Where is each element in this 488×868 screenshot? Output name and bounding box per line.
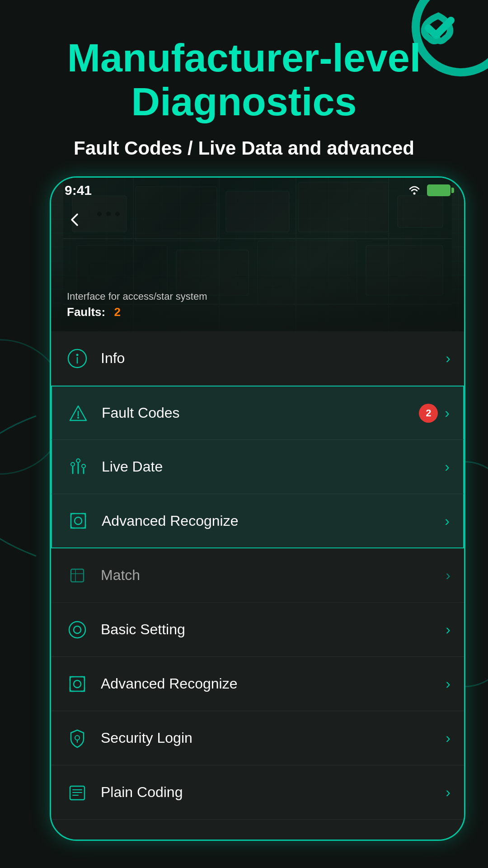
faults-display: Faults: 2 bbox=[67, 305, 207, 319]
svg-point-12 bbox=[106, 212, 111, 216]
security-login-chevron: › bbox=[446, 730, 450, 746]
svg-point-20 bbox=[413, 192, 416, 194]
svg-point-24 bbox=[77, 417, 79, 419]
info-chevron: › bbox=[446, 350, 450, 367]
menu-item-info[interactable]: Info › bbox=[51, 331, 464, 386]
info-icon bbox=[65, 346, 89, 371]
menu-item-live-date[interactable]: Live Date › bbox=[51, 440, 464, 494]
svg-point-46 bbox=[74, 626, 81, 633]
svg-point-48 bbox=[74, 680, 81, 688]
svg-rect-42 bbox=[71, 569, 84, 582]
advanced-recognize-2-icon bbox=[65, 671, 89, 696]
phone-mockup: 9:41 Interface for access/star system Fa… bbox=[50, 176, 465, 841]
menu-item-match[interactable]: Match › bbox=[51, 548, 464, 603]
circuit-background bbox=[51, 178, 464, 345]
advanced-recognize-2-label: Advanced Recognize bbox=[101, 675, 446, 692]
menu-item-basic-setting[interactable]: Basic Setting › bbox=[51, 603, 464, 657]
advanced-recognize-1-label: Advanced Recognize bbox=[102, 513, 445, 529]
svg-rect-32 bbox=[71, 514, 85, 528]
menu-item-advanced-recognize-2[interactable]: Advanced Recognize › bbox=[51, 657, 464, 711]
battery-icon bbox=[427, 184, 450, 196]
live-date-icon bbox=[66, 454, 90, 479]
fault-codes-label: Fault Codes bbox=[102, 405, 419, 421]
svg-point-13 bbox=[115, 212, 120, 216]
security-login-label: Security Login bbox=[101, 730, 446, 746]
advanced-recognize-2-chevron: › bbox=[446, 675, 450, 692]
menu-item-advanced-recognize-1[interactable]: Advanced Recognize › bbox=[51, 494, 464, 548]
live-date-chevron: › bbox=[445, 458, 450, 475]
subtitle: Fault Codes / Live Data and advanced bbox=[27, 137, 461, 159]
basic-setting-label: Basic Setting bbox=[101, 621, 446, 638]
live-date-label: Live Date bbox=[102, 458, 445, 475]
header-section: Manufacturer-level Diagnostics Fault Cod… bbox=[0, 36, 488, 159]
menu-item-security-login[interactable]: Security Login › bbox=[51, 711, 464, 765]
svg-point-30 bbox=[76, 459, 80, 462]
advanced-recognize-1-icon bbox=[66, 509, 90, 533]
svg-point-29 bbox=[71, 462, 75, 466]
interface-label: Interface for access/star system bbox=[67, 291, 207, 302]
match-chevron: › bbox=[446, 567, 450, 584]
status-time: 9:41 bbox=[65, 183, 92, 198]
menu-item-fault-codes[interactable]: Fault Codes 2 › bbox=[51, 386, 464, 440]
svg-point-33 bbox=[75, 517, 82, 524]
svg-point-45 bbox=[69, 622, 85, 638]
advanced-recognize-1-chevron: › bbox=[445, 513, 450, 529]
svg-point-22 bbox=[76, 354, 78, 356]
faults-count: 2 bbox=[114, 305, 120, 319]
fault-codes-chevron: › bbox=[445, 405, 450, 421]
info-label: Info bbox=[101, 350, 446, 367]
plain-coding-label: Plain Coding bbox=[101, 784, 446, 801]
svg-point-57 bbox=[75, 736, 80, 740]
main-title: Manufacturer-level Diagnostics bbox=[27, 36, 461, 124]
svg-point-11 bbox=[97, 212, 102, 216]
security-login-icon bbox=[65, 726, 89, 750]
status-bar: 9:41 bbox=[51, 178, 464, 203]
plain-coding-chevron: › bbox=[446, 784, 450, 801]
match-icon bbox=[65, 563, 89, 588]
bg-arc-left-curve bbox=[0, 407, 54, 565]
status-icons bbox=[407, 184, 450, 196]
menu-list: Info › Fault Codes 2 › bbox=[51, 331, 464, 840]
plain-coding-icon bbox=[65, 780, 89, 805]
match-label: Match bbox=[101, 567, 446, 584]
basic-setting-icon bbox=[65, 617, 89, 642]
fault-codes-icon bbox=[66, 401, 90, 425]
wifi-icon bbox=[407, 185, 422, 196]
svg-rect-47 bbox=[70, 677, 84, 691]
svg-point-31 bbox=[82, 464, 85, 468]
menu-item-plain-coding[interactable]: Plain Coding › bbox=[51, 765, 464, 820]
interface-info: Interface for access/star system Faults:… bbox=[67, 291, 207, 319]
fault-codes-badge: 2 bbox=[419, 404, 438, 423]
basic-setting-chevron: › bbox=[446, 621, 450, 638]
back-button[interactable] bbox=[62, 207, 87, 232]
